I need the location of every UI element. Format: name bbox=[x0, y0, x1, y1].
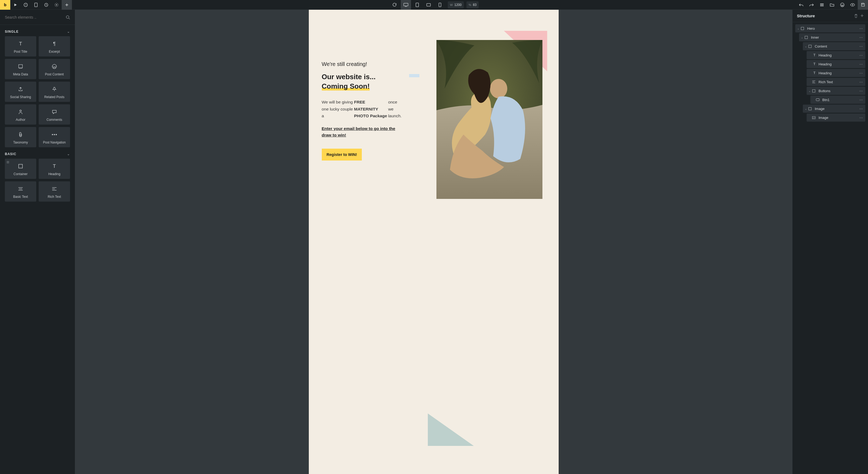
desktop-icon[interactable] bbox=[401, 0, 411, 10]
element-author[interactable]: Author bbox=[5, 104, 36, 125]
element-meta-data[interactable]: Meta Data bbox=[5, 59, 36, 79]
folder-icon[interactable] bbox=[827, 0, 837, 10]
node-type-icon bbox=[812, 116, 817, 119]
svg-rect-25 bbox=[809, 45, 811, 47]
play-icon[interactable] bbox=[10, 0, 21, 10]
expand-icon[interactable]: ⌄ bbox=[808, 90, 811, 93]
tree-node[interactable]: Image⋯ bbox=[807, 113, 865, 122]
category-single[interactable]: SINGLE ⌄ bbox=[5, 25, 70, 36]
element-container[interactable]: ▥Container bbox=[5, 159, 36, 179]
element-rich-text[interactable]: Rich Text bbox=[39, 181, 70, 202]
node-label: Inner bbox=[811, 35, 819, 39]
tree-node[interactable]: ⌄Inner⋯ bbox=[799, 33, 865, 41]
main-heading[interactable]: Our website is... Coming Soon! bbox=[322, 72, 423, 91]
hero-image-wrap[interactable] bbox=[433, 26, 546, 452]
width-value: 1200 bbox=[454, 3, 462, 7]
hero-photo[interactable] bbox=[436, 40, 542, 199]
node-menu-icon[interactable]: ⋯ bbox=[859, 98, 863, 102]
node-menu-icon[interactable]: ⋯ bbox=[859, 107, 863, 111]
search-icon[interactable] bbox=[66, 15, 70, 20]
svg-rect-28 bbox=[809, 107, 811, 110]
add-button[interactable] bbox=[62, 0, 72, 10]
redo-icon[interactable] bbox=[806, 0, 817, 10]
node-menu-icon[interactable]: ⋯ bbox=[859, 89, 863, 93]
structure-title: Structure bbox=[797, 13, 815, 18]
percent-prefix: % bbox=[469, 3, 471, 6]
node-menu-icon[interactable]: ⋯ bbox=[859, 44, 863, 48]
svg-rect-7 bbox=[427, 3, 431, 6]
element-comments[interactable]: Comments bbox=[39, 104, 70, 125]
viewport-width-field[interactable]: W1200 bbox=[448, 1, 464, 8]
logo-button[interactable]: b bbox=[0, 0, 10, 10]
selection-marker bbox=[409, 74, 420, 77]
expand-icon[interactable]: ⌄ bbox=[796, 27, 800, 30]
svg-rect-26 bbox=[812, 90, 815, 92]
body-text[interactable]: We will be giving one lucky couple a FRE… bbox=[322, 99, 403, 120]
node-label: Heading bbox=[818, 53, 832, 57]
register-button[interactable]: Register to WIN! bbox=[322, 149, 362, 161]
element-taxonomy[interactable]: Taxonomy bbox=[5, 127, 36, 147]
tree-node[interactable]: THeading⋯ bbox=[807, 51, 865, 59]
svg-rect-6 bbox=[416, 3, 418, 7]
tablet-portrait-icon[interactable] bbox=[412, 0, 422, 10]
node-menu-icon[interactable]: ⋯ bbox=[859, 35, 863, 39]
search-input[interactable] bbox=[5, 15, 66, 20]
help-icon[interactable]: ? bbox=[21, 0, 31, 10]
expand-icon[interactable]: ⌄ bbox=[800, 36, 804, 39]
tree-node[interactable]: Btn1⋯ bbox=[810, 96, 865, 104]
tree-node[interactable]: ⌄Content⋯ bbox=[803, 42, 865, 50]
element-related-posts[interactable]: Related Posts bbox=[39, 81, 70, 102]
element-post-content[interactable]: Post Content bbox=[39, 59, 70, 79]
svg-rect-2 bbox=[35, 3, 37, 7]
node-menu-icon[interactable]: ⋯ bbox=[859, 27, 863, 31]
eyebrow-heading[interactable]: We're still creating! bbox=[322, 61, 423, 67]
save-button[interactable] bbox=[858, 0, 868, 10]
element-basic-text[interactable]: Basic Text bbox=[5, 181, 36, 202]
viewport-percent-field[interactable]: %83 bbox=[466, 1, 478, 8]
node-menu-icon[interactable]: ⋯ bbox=[859, 116, 863, 120]
mobile-icon[interactable] bbox=[435, 0, 445, 10]
refresh-icon[interactable] bbox=[390, 0, 400, 10]
category-label: BASIC bbox=[5, 152, 16, 156]
delete-icon[interactable] bbox=[854, 14, 858, 18]
node-menu-icon[interactable]: ⋯ bbox=[859, 53, 863, 57]
tree-node[interactable]: Rich Text⋯ bbox=[807, 78, 865, 86]
hero-section[interactable]: We're still creating! Our website is... … bbox=[322, 26, 546, 452]
settings-icon[interactable] bbox=[51, 0, 62, 10]
element-excerpt[interactable]: ¶Excerpt bbox=[39, 36, 70, 57]
node-label: Rich Text bbox=[818, 80, 833, 84]
hero-content[interactable]: We're still creating! Our website is... … bbox=[322, 26, 423, 452]
tablet-landscape-icon[interactable] bbox=[424, 0, 434, 10]
element-post-navigation[interactable]: Post Navigation bbox=[39, 127, 70, 147]
cta-text[interactable]: Enter your email below to go into the dr… bbox=[322, 125, 403, 138]
add-node-icon[interactable] bbox=[861, 14, 864, 18]
wordpress-icon[interactable] bbox=[837, 0, 847, 10]
tree-node[interactable]: ⌄Hero⋯ bbox=[795, 24, 865, 32]
element-post-title[interactable]: TPost Title bbox=[5, 36, 36, 57]
expand-icon[interactable]: ⌄ bbox=[804, 107, 808, 110]
panels-icon[interactable] bbox=[817, 0, 827, 10]
preview-icon[interactable] bbox=[847, 0, 858, 10]
tree-node[interactable]: ⌄Buttons⋯ bbox=[807, 87, 865, 95]
canvas-viewport[interactable]: We're still creating! Our website is... … bbox=[75, 10, 792, 474]
node-menu-icon[interactable]: ⋯ bbox=[859, 80, 863, 84]
element-heading[interactable]: THeading bbox=[39, 159, 70, 179]
undo-icon[interactable] bbox=[796, 0, 806, 10]
node-menu-icon[interactable]: ⋯ bbox=[859, 71, 863, 75]
percent-value: 83 bbox=[473, 3, 476, 7]
category-basic[interactable]: BASIC ⌄ bbox=[5, 147, 70, 159]
chevron-down-icon: ⌄ bbox=[67, 152, 70, 156]
node-menu-icon[interactable]: ⋯ bbox=[859, 62, 863, 66]
svg-point-30 bbox=[813, 117, 813, 117]
tree-node[interactable]: ⌄Image⋯ bbox=[803, 105, 865, 113]
element-social-sharing[interactable]: Social Sharing bbox=[5, 81, 36, 102]
tree-node[interactable]: THeading⋯ bbox=[807, 69, 865, 77]
expand-icon[interactable]: ⌄ bbox=[804, 45, 808, 48]
history-icon[interactable] bbox=[41, 0, 51, 10]
page-icon[interactable] bbox=[31, 0, 41, 10]
svg-rect-5 bbox=[404, 3, 408, 6]
page-canvas[interactable]: We're still creating! Our website is... … bbox=[309, 10, 559, 474]
category-label: SINGLE bbox=[5, 30, 19, 34]
tree-node[interactable]: THeading⋯ bbox=[807, 60, 865, 68]
node-label: Buttons bbox=[818, 89, 830, 93]
